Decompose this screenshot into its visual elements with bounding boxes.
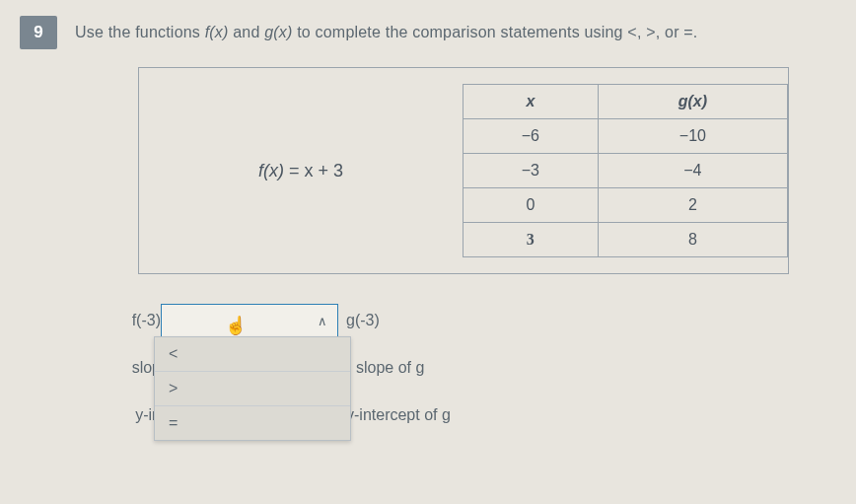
dropdown-option-gt[interactable]: > [155, 372, 350, 406]
dropdown-option-lt[interactable]: < [155, 337, 350, 372]
dropdown-option-eq[interactable]: = [155, 406, 350, 440]
g-cell-x2: 0 [464, 188, 599, 223]
table-row: −6 −10 [464, 119, 788, 154]
r1-left-label: f(-3) [113, 312, 161, 329]
g-head-gx: g(x) [598, 85, 787, 119]
compare-row-1: f(-3) ∧ ☝ < > = g(-3) [113, 304, 836, 337]
g-cell-g3: 8 [598, 223, 787, 257]
prompt-text-post: to complete the comparison statements us… [293, 24, 698, 40]
table-row: −3 −4 [464, 154, 788, 188]
r1-dropdown-menu: < > = [154, 336, 351, 441]
prompt-text-mid: and [229, 24, 265, 40]
r3-right-label: y-intercept of g [346, 406, 451, 424]
caret-up-icon: ∧ [318, 314, 327, 328]
g-cell-x0: −6 [464, 119, 599, 154]
g-cell-x3-handwritten: 3 [464, 223, 599, 257]
comparison-section: f(-3) ∧ ☝ < > = g(-3) slop ∨ slope of g … [113, 304, 836, 432]
g-cell-x1: −3 [464, 154, 599, 188]
question-number-badge: 9 [20, 16, 57, 49]
g-head-x: x [464, 85, 599, 119]
pointer-cursor-icon: ☝ [225, 315, 247, 336]
f-lhs: f(x) [258, 161, 284, 180]
g-cell-g2: 2 [598, 188, 787, 223]
g-cell-g1: −4 [598, 154, 787, 188]
g-table-wrap: x g(x) −6 −10 −3 −4 0 2 3 8 [463, 84, 788, 257]
g-table-head-row: x g(x) [464, 85, 788, 119]
prompt-text-pre: Use the functions [75, 24, 205, 40]
r2-right-label: slope of g [356, 359, 424, 377]
g-cell-g0: −10 [598, 119, 787, 154]
g-table: x g(x) −6 −10 −3 −4 0 2 3 8 [463, 84, 788, 257]
r1-select[interactable]: ∧ ☝ < > = [161, 304, 338, 337]
functions-panel: f(x) = x + 3 x g(x) −6 −10 −3 −4 0 2 3 8 [138, 67, 789, 274]
question-header: 9 Use the functions f(x) and g(x) to com… [20, 16, 836, 49]
r1-right-label: g(-3) [346, 312, 380, 329]
prompt-gx: g(x) [264, 24, 292, 40]
prompt-fx: f(x) [205, 24, 229, 40]
f-definition: f(x) = x + 3 [139, 161, 463, 181]
question-prompt: Use the functions f(x) and g(x) to compl… [75, 24, 698, 41]
table-row: 0 2 [464, 188, 788, 223]
table-row: 3 8 [464, 223, 788, 257]
f-rhs: x + 3 [304, 161, 343, 180]
f-eq: = [284, 161, 305, 180]
